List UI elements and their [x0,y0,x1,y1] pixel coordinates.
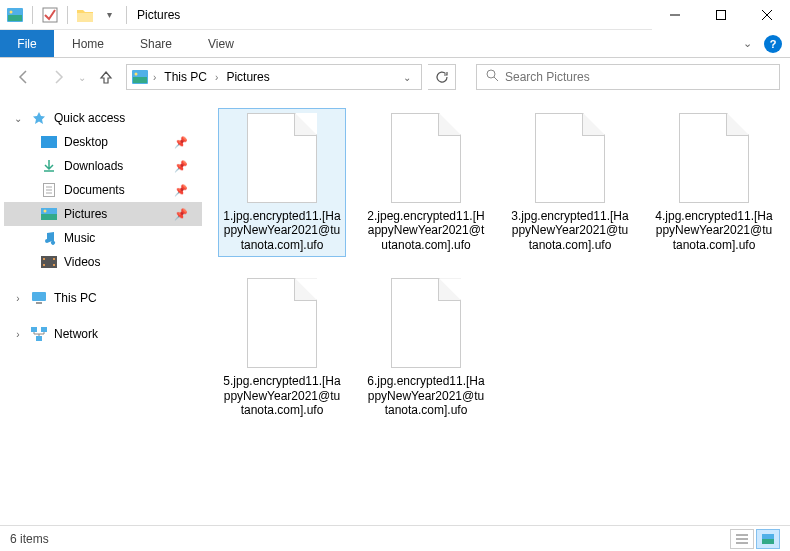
maximize-button[interactable] [698,0,744,30]
pin-icon: 📌 [174,184,188,197]
checkbox-qat-icon[interactable] [39,4,61,26]
svg-point-11 [135,73,138,76]
sidebar-item-label: Pictures [64,207,107,221]
sidebar-label: Network [54,327,98,341]
chevron-right-icon: › [12,329,24,340]
recent-dropdown-icon[interactable]: ⌄ [78,72,86,83]
folder-qat-icon[interactable] [74,4,96,26]
sidebar-item-pictures[interactable]: Pictures📌 [4,202,202,226]
search-icon [485,68,499,86]
sidebar-item-label: Music [64,231,95,245]
file-name: 6.jpg.encrypted11.[HappyNewYear2021@tuta… [367,374,485,417]
pin-icon: 📌 [174,208,188,221]
pin-icon: 📌 [174,136,188,149]
content-area[interactable]: 1.jpg.encrypted11.[HappyNewYear2021@tuta… [206,96,790,525]
file-item[interactable]: 3.jpg.encrypted11.[HappyNewYear2021@tuta… [506,108,634,257]
svg-rect-14 [41,136,57,148]
breadcrumb-thispc[interactable]: This PC [160,70,211,84]
svg-rect-20 [41,214,57,220]
qat-dropdown-icon[interactable]: ▾ [98,4,120,26]
svg-rect-23 [43,258,45,260]
chevron-down-icon: ⌄ [12,113,24,124]
view-details-button[interactable] [730,529,754,549]
svg-point-12 [487,70,495,78]
file-icon [679,113,749,203]
chevron-icon[interactable]: › [213,72,220,83]
file-icon [247,278,317,368]
file-name: 3.jpg.encrypted11.[HappyNewYear2021@tuta… [511,209,629,252]
close-button[interactable] [744,0,790,30]
back-button[interactable] [10,63,38,91]
svg-rect-36 [762,539,774,544]
window-title: Pictures [137,8,180,22]
document-icon [40,181,58,199]
svg-rect-24 [43,264,45,266]
download-icon [40,157,58,175]
file-menu[interactable]: File [0,30,54,57]
svg-rect-10 [133,77,147,83]
minimize-button[interactable] [652,0,698,30]
sidebar-item-label: Desktop [64,135,108,149]
file-item[interactable]: 2.jpeg.encrypted11.[HappyNewYear2021@tut… [362,108,490,257]
search-box[interactable] [476,64,780,90]
refresh-button[interactable] [428,64,456,90]
file-name: 4.jpg.encrypted11.[HappyNewYear2021@tuta… [655,209,773,252]
app-icon [4,4,26,26]
file-name: 2.jpeg.encrypted11.[HappyNewYear2021@tut… [367,209,485,252]
file-icon [391,278,461,368]
tab-view[interactable]: View [190,30,252,57]
file-item[interactable]: 4.jpg.encrypted11.[HappyNewYear2021@tuta… [650,108,778,257]
search-input[interactable] [505,70,771,84]
svg-rect-6 [717,10,726,19]
sidebar-item-label: Downloads [64,159,123,173]
file-icon [535,113,605,203]
sidebar: ⌄ Quick access Desktop📌 Downloads📌 Docum… [0,96,206,525]
chevron-right-icon: › [12,293,24,304]
music-icon [40,229,58,247]
svg-point-2 [10,10,13,13]
sidebar-network[interactable]: ›Network [4,322,202,346]
svg-rect-27 [32,292,46,301]
sidebar-item-documents[interactable]: Documents📌 [4,178,202,202]
sidebar-item-downloads[interactable]: Downloads📌 [4,154,202,178]
svg-rect-4 [77,13,93,22]
up-button[interactable] [92,63,120,91]
sidebar-label: This PC [54,291,97,305]
forward-button[interactable] [44,63,72,91]
sidebar-item-videos[interactable]: Videos [4,250,202,274]
svg-rect-22 [41,256,57,268]
pictures-icon [40,205,58,223]
breadcrumb-pictures[interactable]: Pictures [222,70,273,84]
sidebar-this-pc[interactable]: ›This PC [4,286,202,310]
pc-icon [30,289,48,307]
svg-rect-31 [36,336,42,341]
tab-share[interactable]: Share [122,30,190,57]
svg-point-21 [44,210,47,213]
sidebar-item-desktop[interactable]: Desktop📌 [4,130,202,154]
file-item[interactable]: 6.jpg.encrypted11.[HappyNewYear2021@tuta… [362,273,490,422]
svg-rect-26 [53,264,55,266]
file-item[interactable]: 1.jpg.encrypted11.[HappyNewYear2021@tuta… [218,108,346,257]
file-icon [391,113,461,203]
file-name: 1.jpg.encrypted11.[HappyNewYear2021@tuta… [223,209,341,252]
tab-home[interactable]: Home [54,30,122,57]
sidebar-quick-access[interactable]: ⌄ Quick access [4,106,202,130]
breadcrumb-dropdown-icon[interactable]: ⌄ [397,72,417,83]
statusbar: 6 items [0,525,790,551]
ribbon-expand-icon[interactable]: ⌄ [743,37,752,50]
breadcrumb-pictures-icon [131,68,149,86]
svg-rect-28 [36,302,42,304]
help-icon[interactable]: ? [764,35,782,53]
sidebar-item-music[interactable]: Music [4,226,202,250]
file-item[interactable]: 5.jpg.encrypted11.[HappyNewYear2021@tuta… [218,273,346,422]
sidebar-item-label: Documents [64,183,125,197]
svg-rect-1 [8,15,22,21]
svg-rect-25 [53,258,55,260]
sidebar-item-label: Videos [64,255,100,269]
svg-line-13 [494,77,498,81]
star-icon [30,109,48,127]
chevron-icon[interactable]: › [151,72,158,83]
svg-rect-30 [41,327,47,332]
view-icons-button[interactable] [756,529,780,549]
breadcrumb[interactable]: › This PC › Pictures ⌄ [126,64,422,90]
